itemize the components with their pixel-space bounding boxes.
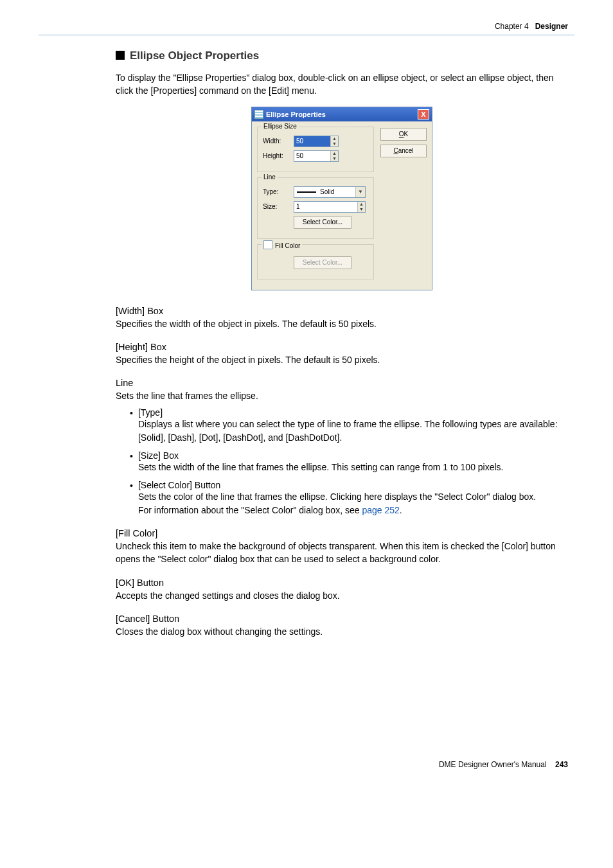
chapter-label: Chapter 4 [495,22,529,31]
size-spinner[interactable]: ▲▼ [294,201,366,213]
width-spinner[interactable]: ▲▼ [294,136,339,147]
sizebox-desc: Sets the width of the line that frames t… [138,461,504,474]
manual-title: DME Designer Owner's Manual [439,760,547,769]
okbutton-desc: Accepts the changed settings and closes … [116,589,568,602]
size-label: Size: [263,203,294,210]
dialog-icon [254,110,263,119]
width-input[interactable] [294,136,330,146]
fillcolor-desc: Uncheck this item to make the background… [116,540,568,566]
type-combobox[interactable]: Solid ▼ [294,186,366,198]
ok-button[interactable]: OK [380,128,427,141]
ellipse-size-legend: Ellipse Size [262,123,299,130]
ellipse-size-group: Ellipse Size Width: ▲▼ Height: [257,127,374,172]
line-group: Line Type: Solid ▼ Size: [257,177,374,239]
okbutton-heading: [OK] Button [116,578,568,588]
chevron-down-icon[interactable]: ▼ [355,187,365,197]
spin-down-icon[interactable]: ▼ [331,141,338,146]
dialog-title: Ellipse Properties [266,111,326,118]
bullet-icon: • [130,407,133,420]
page-number: 243 [555,760,568,769]
page-header: Chapter 4 Designer [39,22,574,31]
spin-down-icon[interactable]: ▼ [331,156,338,161]
dialog-titlebar: Ellipse Properties X [252,107,432,121]
page-link[interactable]: page 252 [362,505,399,515]
type-heading: [Type] [138,407,568,418]
line-desc: Sets the line that frames the ellipse. [116,389,568,402]
height-box-desc: Specifies the height of the object in pi… [116,353,568,366]
fill-color-legend: Fill Color [262,240,302,249]
selectcolor-desc-1: Sets the color of the line that frames t… [138,490,536,503]
bullet-icon: • [130,480,133,493]
height-spinner[interactable]: ▲▼ [294,150,339,162]
line-select-color-button[interactable]: Select Color... [294,216,351,229]
cancel-button[interactable]: Cancel [380,145,427,157]
square-bullet-icon [116,51,125,60]
spin-up-icon[interactable]: ▲ [331,136,338,141]
spin-up-icon[interactable]: ▲ [358,202,365,207]
fill-color-group: Fill Color Select Color... [257,244,374,279]
line-preview-icon [297,191,316,193]
spin-up-icon[interactable]: ▲ [331,151,338,156]
selectcolor-desc-2: For information about the "Select Color"… [138,504,536,517]
section-intro: To display the "Ellipse Properties" dial… [116,71,568,98]
cancelbutton-heading: [Cancel] Button [116,614,568,624]
selectcolor-heading: [Select Color] Button [138,480,536,490]
line-heading: Line [116,378,568,388]
section-heading: Ellipse Object Properties [116,49,568,62]
height-input[interactable] [294,151,330,161]
size-input[interactable] [294,202,357,212]
close-icon[interactable]: X [418,109,429,120]
width-box-heading: [Width] Box [116,306,568,316]
fillcolor-heading: [Fill Color] [116,528,568,538]
chapter-title: Designer [535,22,568,31]
type-desc: Displays a list where you can select the… [138,418,568,444]
type-label: Type: [263,188,294,195]
spin-down-icon[interactable]: ▼ [358,207,365,212]
line-legend: Line [262,173,278,181]
width-box-desc: Specifies the width of the object in pix… [116,317,568,330]
fill-select-color-button[interactable]: Select Color... [294,256,351,269]
fill-color-checkbox[interactable] [263,240,272,249]
cancelbutton-desc: Closes the dialog box without changing t… [116,625,568,638]
bullet-icon: • [130,450,133,463]
height-box-heading: [Height] Box [116,342,568,352]
type-value: Solid [320,188,334,195]
height-label: Height: [263,152,294,159]
sizebox-heading: [Size] Box [138,450,504,461]
header-rule [39,35,574,35]
width-label: Width: [263,137,294,145]
page-footer: DME Designer Owner's Manual 243 [39,760,574,769]
ellipse-properties-dialog: Ellipse Properties X OK Cancel Ellipse S… [251,107,432,290]
